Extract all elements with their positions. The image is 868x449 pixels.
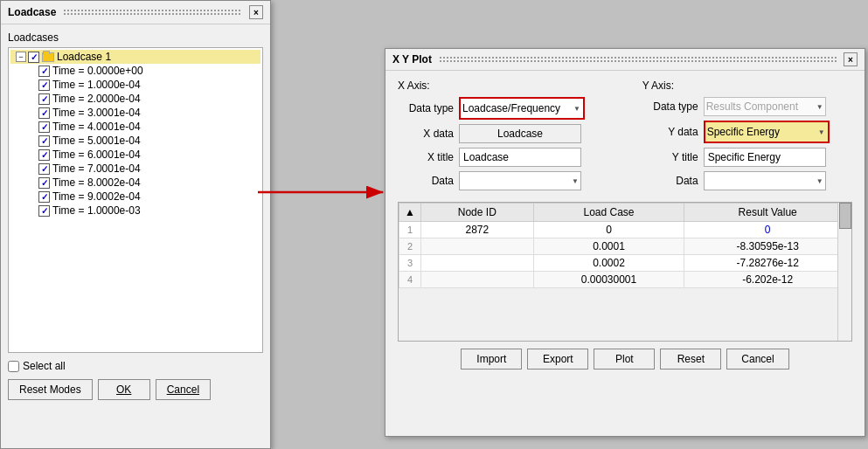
x-title-input[interactable] — [459, 148, 581, 167]
xyplot-title: X Y Plot — [392, 53, 432, 66]
red-arrow — [258, 183, 393, 201]
x-axis-title: X Axis: — [398, 79, 608, 92]
load-case-cell: 0 — [533, 222, 684, 238]
table-row: 1 2872 0 0 — [399, 222, 851, 238]
folder-icon — [42, 52, 54, 62]
loadcase-tree: − Loadcase 1 Time = 0.0000e+00 Time = 1.… — [8, 47, 263, 353]
list-item[interactable]: Time = 1.0000e-04 — [10, 78, 260, 92]
export-button[interactable]: Export — [527, 349, 588, 370]
x-data-filter-select[interactable] — [459, 171, 581, 190]
result-value-cell: -7.28276e-12 — [684, 255, 851, 272]
list-item[interactable]: Time = 6.0001e-04 — [10, 148, 260, 162]
ok-button[interactable]: OK — [98, 379, 150, 400]
y-data-filter-select[interactable] — [704, 171, 826, 190]
table-row: 3 0.0002 -7.28276e-12 — [399, 255, 851, 272]
x-datatype-select[interactable]: Loadcase/Frequency Time Frequency — [461, 99, 583, 118]
row-number: 1 — [399, 222, 421, 238]
y-datatype-select[interactable]: Results Component — [704, 97, 826, 116]
table-scrollbar-thumb[interactable] — [839, 203, 851, 229]
xyplot-cancel-button[interactable]: Cancel — [726, 349, 788, 370]
y-title-row: Y title — [642, 148, 852, 167]
cancel-button[interactable]: Cancel — [156, 379, 211, 400]
list-item[interactable]: Time = 3.0001e-04 — [10, 106, 260, 120]
list-item[interactable]: Time = 7.0001e-04 — [10, 162, 260, 176]
y-data-row: Y data Specific Energy — [642, 121, 852, 143]
node-id-cell — [420, 272, 533, 288]
tree-root-item[interactable]: − Loadcase 1 — [10, 50, 260, 64]
node-id-cell: 2872 — [420, 222, 533, 238]
x-data-button[interactable]: Loadcase — [459, 124, 581, 143]
list-item[interactable]: Time = 5.0001e-04 — [10, 134, 260, 148]
node-id-cell — [420, 255, 533, 272]
row-number: 2 — [399, 238, 421, 255]
y-data-select[interactable]: Specific Energy — [705, 122, 828, 142]
select-all-label: Select all — [23, 360, 66, 372]
tree-child-label: Time = 7.0001e-04 — [52, 162, 141, 175]
tree-child-label: Time = 9.0002e-04 — [52, 190, 141, 203]
table-row: 4 0.00030001 -6.202e-12 — [399, 272, 851, 288]
tree-root-checkbox[interactable] — [28, 52, 39, 63]
xyplot-title-bar: X Y Plot × — [385, 49, 865, 71]
table-header-nodeid: Node ID — [420, 204, 533, 222]
tree-root-label: Loadcase 1 — [57, 51, 111, 63]
tree-child-checkbox[interactable] — [38, 177, 50, 189]
x-datatype-row: Data type Loadcase/Frequency Time Freque… — [398, 97, 608, 120]
list-item[interactable]: Time = 9.0002e-04 — [10, 190, 260, 204]
list-item[interactable]: Time = 2.0000e-04 — [10, 92, 260, 106]
data-table-container: ▲ Node ID Load Case Result Value 1 2872 … — [398, 202, 852, 342]
result-value-cell: -6.202e-12 — [684, 272, 851, 288]
row-number: 3 — [399, 255, 421, 272]
reset-button[interactable]: Reset — [660, 349, 721, 370]
tree-child-label: Time = 3.0001e-04 — [52, 107, 141, 119]
list-item[interactable]: Time = 4.0001e-04 — [10, 120, 260, 134]
list-item[interactable]: Time = 8.0002e-04 — [10, 176, 260, 190]
action-buttons: Import Export Plot Reset Cancel — [398, 349, 852, 370]
loadcase-title-bar: Loadcase × — [1, 1, 270, 24]
import-button[interactable]: Import — [461, 349, 522, 370]
select-all-checkbox[interactable] — [8, 361, 19, 372]
plot-button[interactable]: Plot — [594, 349, 655, 370]
ok-label: OK — [116, 383, 131, 396]
tree-child-checkbox[interactable] — [38, 149, 50, 161]
tree-child-checkbox[interactable] — [38, 79, 50, 91]
list-item[interactable]: Time = 1.0000e-03 — [10, 204, 260, 218]
y-data-filter-wrapper — [704, 171, 826, 190]
y-data-filter-label: Data — [642, 175, 704, 187]
x-data-filter-label: Data — [398, 175, 459, 187]
table-row: 2 0.0001 -8.30595e-13 — [399, 238, 851, 255]
cancel-label: Cancel — [167, 383, 199, 396]
y-axis-section: Y Axis: Data type Results Component Y da… — [634, 79, 852, 195]
tree-child-checkbox[interactable] — [38, 121, 50, 133]
tree-expand-button[interactable]: − — [16, 52, 26, 62]
loadcase-close-button[interactable]: × — [249, 5, 263, 19]
tree-child-label: Time = 8.0002e-04 — [52, 176, 141, 189]
list-item[interactable]: Time = 0.0000e+00 — [10, 64, 260, 78]
tree-child-checkbox[interactable] — [38, 107, 50, 119]
tree-child-checkbox[interactable] — [38, 66, 50, 77]
x-title-label: X title — [398, 151, 459, 163]
xyplot-close-button[interactable]: × — [844, 52, 858, 66]
tree-child-checkbox[interactable] — [38, 163, 50, 175]
row-number: 4 — [399, 272, 421, 288]
loadcases-section-label: Loadcases — [8, 31, 263, 44]
load-case-cell: 0.0002 — [533, 255, 684, 272]
y-data-filter-row: Data — [642, 171, 852, 190]
tree-child-label: Time = 4.0001e-04 — [52, 121, 141, 133]
node-id-cell — [420, 238, 533, 255]
reset-modes-button[interactable]: Reset Modes — [8, 379, 93, 400]
tree-child-checkbox[interactable] — [38, 205, 50, 217]
y-data-label: Y data — [642, 126, 704, 138]
tree-child-checkbox[interactable] — [38, 191, 50, 203]
y-title-input[interactable] — [704, 148, 826, 167]
x-datatype-label: Data type — [398, 102, 459, 114]
xyplot-window: X Y Plot × X Axis: Data type Loadcase/Fr… — [385, 48, 865, 437]
y-datatype-row: Data type Results Component — [642, 97, 852, 116]
table-scrollbar-track[interactable] — [837, 203, 851, 341]
x-data-row: X data Loadcase — [398, 124, 608, 143]
tree-child-checkbox[interactable] — [38, 93, 50, 105]
select-all-row: Select all — [8, 360, 263, 372]
x-axis-section: X Axis: Data type Loadcase/Frequency Tim… — [398, 79, 616, 195]
tree-child-checkbox[interactable] — [38, 135, 50, 147]
tree-child-label: Time = 1.0000e-03 — [52, 204, 141, 217]
title-bar-dots — [63, 9, 242, 16]
